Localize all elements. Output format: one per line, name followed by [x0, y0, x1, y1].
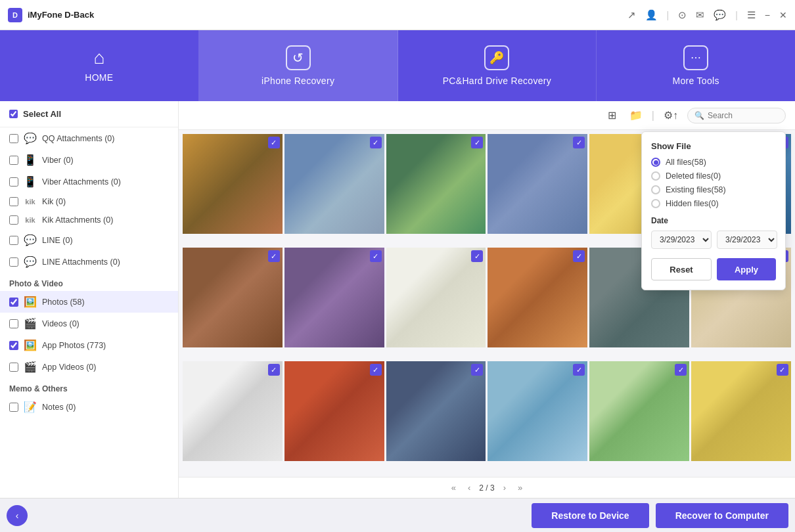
- photo-cell-0[interactable]: ✓: [183, 134, 283, 234]
- notes-checkbox[interactable]: [9, 403, 18, 412]
- main-content: Select All 💬 QQ Attachments (0) 📱 Viber …: [0, 101, 795, 498]
- kik-att-checkbox[interactable]: [9, 215, 18, 225]
- kik-icon: kik: [24, 198, 37, 206]
- restore-to-device-button[interactable]: Restore to Device: [532, 503, 648, 528]
- date-row: 3/29/2023 3/29/2023: [651, 231, 776, 249]
- location-icon[interactable]: ⊙: [678, 9, 687, 21]
- app-videos-checkbox[interactable]: [9, 363, 18, 372]
- option-hidden-files[interactable]: Hidden files(0): [651, 199, 776, 208]
- person-icon[interactable]: 👤: [645, 9, 658, 21]
- back-button[interactable]: ‹: [0, 499, 34, 533]
- notes-label: Notes (0): [42, 403, 76, 412]
- viber-att-checkbox[interactable]: [9, 177, 18, 187]
- sidebar-item-viber[interactable]: 📱 Viber (0): [0, 149, 178, 171]
- photo-cell-7[interactable]: ✓: [284, 248, 384, 347]
- sidebar-item-line[interactable]: 💬 LINE (0): [0, 229, 178, 251]
- bottom-bar: ‹ Restore to Device Recover to Computer: [0, 498, 795, 532]
- filter-button[interactable]: ⚙↑: [660, 106, 682, 124]
- qq-icon: 💬: [24, 132, 37, 144]
- photo-check-15: ✓: [573, 364, 585, 376]
- sidebar-item-photos[interactable]: 🖼️ Photos (58): [0, 291, 178, 313]
- line-att-checkbox[interactable]: [9, 257, 18, 267]
- content-toolbar: ⊞ 📁 | ⚙↑ 🔍: [179, 101, 795, 130]
- nav-iphone-recovery[interactable]: ↺ iPhone Recovery: [199, 30, 398, 101]
- dropdown-buttons: Reset Apply: [651, 258, 776, 280]
- kik-label: Kik (0): [42, 197, 66, 206]
- back-arrow-icon: ‹: [16, 510, 19, 521]
- titlebar: D iMyFone D-Back ↗ 👤 | ⊙ ✉ 💬 | ☰ − ✕: [0, 0, 795, 30]
- line-att-label: LINE Attachments (0): [42, 257, 120, 267]
- photo-cell-6[interactable]: ✓: [183, 248, 283, 347]
- kik-checkbox[interactable]: [9, 197, 18, 206]
- sidebar-item-viber-att[interactable]: 📱 Viber Attachments (0): [0, 171, 178, 192]
- photo-cell-17[interactable]: ✓: [691, 361, 791, 461]
- search-icon: 🔍: [694, 111, 704, 120]
- sidebar-item-app-photos[interactable]: 🖼️ App Photos (773): [0, 334, 178, 356]
- nav-more-tools[interactable]: ⋯ More Tools: [597, 30, 795, 101]
- close-button[interactable]: ✕: [779, 10, 787, 20]
- first-page-button[interactable]: «: [448, 481, 459, 494]
- option-existing-files[interactable]: Existing files(58): [651, 185, 776, 194]
- folder-view-button[interactable]: 📁: [625, 106, 647, 124]
- photo-cell-16[interactable]: ✓: [589, 361, 689, 461]
- recover-to-computer-button[interactable]: Recover to Computer: [656, 503, 788, 528]
- dropdown-title: Show File: [651, 141, 776, 151]
- app-photos-checkbox[interactable]: [9, 341, 18, 350]
- sidebar-item-qq[interactable]: 💬 QQ Attachments (0): [0, 127, 178, 149]
- grid-view-button[interactable]: ⊞: [604, 106, 620, 124]
- sep1: |: [667, 10, 670, 20]
- deleted-files-radio[interactable]: [651, 171, 660, 181]
- deleted-files-label: Deleted files(0): [666, 171, 721, 181]
- select-all-label: Select All: [23, 109, 61, 119]
- notes-icon: 📝: [24, 401, 37, 413]
- reset-button[interactable]: Reset: [651, 258, 712, 280]
- photo-cell-12[interactable]: ✓: [183, 361, 283, 461]
- nav-home[interactable]: ⌂ HOME: [0, 30, 199, 101]
- photo-cell-2[interactable]: ✓: [386, 134, 486, 234]
- date-from-select[interactable]: 3/29/2023: [651, 231, 712, 249]
- select-all-checkbox[interactable]: [9, 110, 18, 118]
- photo-cell-9[interactable]: ✓: [488, 248, 587, 347]
- line-checkbox[interactable]: [9, 236, 18, 245]
- sidebar-item-videos[interactable]: 🎬 Videos (0): [0, 313, 178, 334]
- minimize-button[interactable]: −: [765, 10, 770, 20]
- sidebar-item-kik[interactable]: kik Kik (0): [0, 192, 178, 211]
- photo-cell-13[interactable]: ✓: [284, 361, 384, 461]
- nav-pc-recovery[interactable]: 🔑 PC&Hard Drive Recovery: [398, 30, 597, 101]
- sidebar-item-app-videos[interactable]: 🎬 App Videos (0): [0, 356, 178, 378]
- menu-icon[interactable]: ☰: [747, 9, 756, 21]
- viber-checkbox[interactable]: [9, 156, 18, 165]
- option-deleted-files[interactable]: Deleted files(0): [651, 171, 776, 181]
- apply-button[interactable]: Apply: [717, 258, 776, 280]
- nav-pc-label: PC&Hard Drive Recovery: [443, 76, 551, 86]
- hidden-files-radio[interactable]: [651, 199, 660, 208]
- sidebar-item-notes[interactable]: 📝 Notes (0): [0, 396, 178, 418]
- prev-page-button[interactable]: ‹: [465, 481, 474, 494]
- photo-cell-15[interactable]: ✓: [488, 361, 587, 461]
- mail-icon[interactable]: ✉: [696, 9, 704, 21]
- photos-checkbox[interactable]: [9, 298, 18, 307]
- photo-video-section: Photo & Video: [0, 273, 178, 291]
- photo-cell-1[interactable]: ✓: [284, 134, 384, 234]
- search-input[interactable]: [708, 111, 780, 120]
- share-icon[interactable]: ↗: [627, 9, 636, 21]
- existing-files-label: Existing files(58): [666, 185, 726, 194]
- next-page-button[interactable]: ›: [500, 481, 509, 494]
- photo-cell-3[interactable]: ✓: [488, 134, 587, 234]
- chat-icon[interactable]: 💬: [714, 9, 726, 21]
- qq-checkbox[interactable]: [9, 134, 18, 143]
- hidden-files-label: Hidden files(0): [666, 199, 719, 208]
- date-to-select[interactable]: 3/29/2023: [717, 231, 777, 249]
- option-all-files[interactable]: All files(58): [651, 158, 776, 167]
- nav-home-label: HOME: [85, 72, 113, 83]
- all-files-radio[interactable]: [651, 158, 660, 167]
- photo-cell-14[interactable]: ✓: [386, 361, 486, 461]
- photo-check-0: ✓: [268, 137, 280, 148]
- nav-iphone-label: iPhone Recovery: [261, 76, 334, 86]
- photo-cell-8[interactable]: ✓: [386, 248, 486, 347]
- existing-files-radio[interactable]: [651, 185, 660, 194]
- last-page-button[interactable]: »: [514, 481, 526, 494]
- sidebar-item-line-att[interactable]: 💬 LINE Attachments (0): [0, 251, 178, 273]
- sidebar-item-kik-att[interactable]: kik Kik Attachments (0): [0, 211, 178, 229]
- videos-checkbox[interactable]: [9, 319, 18, 328]
